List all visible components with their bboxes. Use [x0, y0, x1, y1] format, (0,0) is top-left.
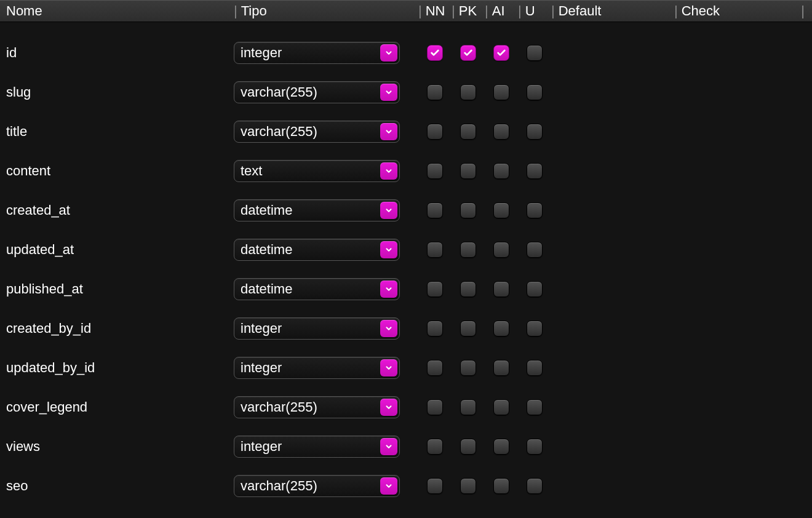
chevron-down-icon[interactable] [380, 438, 397, 455]
pk-checkbox[interactable] [460, 202, 476, 218]
u-checkbox[interactable] [527, 84, 543, 100]
nn-checkbox[interactable] [427, 439, 443, 455]
pk-checkbox[interactable] [460, 399, 476, 415]
type-select[interactable]: datetime [234, 199, 400, 221]
chevron-down-icon[interactable] [380, 399, 397, 416]
column-name[interactable]: title [6, 124, 234, 140]
header-check[interactable]: | Check [674, 3, 797, 19]
ai-checkbox[interactable] [493, 242, 509, 258]
pk-checkbox[interactable] [460, 124, 476, 140]
chevron-down-icon[interactable] [380, 281, 397, 298]
header-default[interactable]: | Default [551, 3, 674, 19]
header-type[interactable]: | Tipo [234, 3, 418, 19]
nn-checkbox[interactable] [427, 124, 443, 140]
type-select[interactable]: datetime [234, 239, 400, 261]
header-ai[interactable]: | AI [485, 3, 518, 19]
ai-checkbox[interactable] [493, 439, 509, 455]
header-name[interactable]: Nome [6, 3, 234, 19]
u-checkbox[interactable] [527, 124, 543, 140]
ai-checkbox[interactable] [493, 124, 509, 140]
header-u[interactable]: | U [518, 3, 551, 19]
chevron-down-icon[interactable] [380, 84, 397, 101]
pk-checkbox[interactable] [460, 360, 476, 376]
u-checkbox[interactable] [527, 321, 543, 337]
u-checkbox[interactable] [527, 242, 543, 258]
ai-checkbox[interactable] [493, 45, 509, 61]
nn-checkbox[interactable] [427, 202, 443, 218]
type-select[interactable]: integer [234, 436, 400, 458]
nn-checkbox[interactable] [427, 478, 443, 494]
column-name[interactable]: updated_at [6, 242, 234, 258]
nn-checkbox[interactable] [427, 84, 443, 100]
u-checkbox[interactable] [527, 202, 543, 218]
column-name[interactable]: cover_legend [6, 399, 234, 415]
column-name[interactable]: seo [6, 478, 234, 494]
chevron-down-icon[interactable] [380, 320, 397, 337]
u-checkbox[interactable] [527, 281, 543, 297]
type-select[interactable]: varchar(255) [234, 121, 400, 143]
ai-checkbox[interactable] [493, 202, 509, 218]
nn-checkbox[interactable] [427, 45, 443, 61]
type-select[interactable]: integer [234, 42, 400, 64]
pk-checkbox[interactable] [460, 439, 476, 455]
header-end: | [797, 3, 812, 19]
u-checkbox[interactable] [527, 360, 543, 376]
chevron-down-icon[interactable] [380, 241, 397, 258]
pk-checkbox[interactable] [460, 84, 476, 100]
flag-slot-u [518, 45, 551, 61]
nn-checkbox[interactable] [427, 360, 443, 376]
chevron-down-icon[interactable] [380, 477, 397, 495]
pk-checkbox[interactable] [460, 163, 476, 179]
column-name[interactable]: slug [6, 84, 234, 100]
u-checkbox[interactable] [527, 399, 543, 415]
ai-checkbox[interactable] [493, 478, 509, 494]
table-row: titlevarchar(255) [0, 112, 812, 151]
u-checkbox[interactable] [527, 478, 543, 494]
nn-checkbox[interactable] [427, 321, 443, 337]
type-select[interactable]: varchar(255) [234, 81, 400, 103]
chevron-down-icon[interactable] [380, 202, 397, 219]
nn-checkbox[interactable] [427, 163, 443, 179]
type-select[interactable]: integer [234, 357, 400, 379]
chevron-down-icon[interactable] [380, 44, 397, 62]
column-name[interactable]: views [6, 439, 234, 455]
chevron-down-icon[interactable] [380, 359, 397, 377]
column-separator: | [551, 3, 555, 19]
column-name[interactable]: updated_by_id [6, 360, 234, 376]
flag-slot-u [518, 439, 551, 455]
type-select[interactable]: integer [234, 317, 400, 340]
ai-checkbox[interactable] [493, 281, 509, 297]
nn-checkbox[interactable] [427, 281, 443, 297]
pk-checkbox[interactable] [460, 45, 476, 61]
pk-checkbox[interactable] [460, 281, 476, 297]
column-name[interactable]: content [6, 163, 234, 179]
ai-checkbox[interactable] [493, 360, 509, 376]
column-name[interactable]: id [6, 45, 234, 61]
nn-checkbox[interactable] [427, 399, 443, 415]
type-select[interactable]: text [234, 160, 400, 182]
column-name[interactable]: created_by_id [6, 321, 234, 337]
type-select[interactable]: varchar(255) [234, 396, 400, 418]
u-checkbox[interactable] [527, 163, 543, 179]
type-select[interactable]: datetime [234, 278, 400, 300]
flag-slot-pk [452, 45, 485, 61]
chevron-down-icon[interactable] [380, 162, 397, 180]
pk-checkbox[interactable] [460, 242, 476, 258]
pk-checkbox[interactable] [460, 321, 476, 337]
pk-checkbox[interactable] [460, 478, 476, 494]
ai-checkbox[interactable] [493, 84, 509, 100]
nn-checkbox[interactable] [427, 242, 443, 258]
header-pk[interactable]: | PK [452, 3, 485, 19]
ai-checkbox[interactable] [493, 321, 509, 337]
ai-checkbox[interactable] [493, 163, 509, 179]
header-nn[interactable]: | NN [418, 3, 452, 19]
ai-checkbox[interactable] [493, 399, 509, 415]
u-checkbox[interactable] [527, 45, 543, 61]
u-checkbox[interactable] [527, 439, 543, 455]
chevron-down-icon[interactable] [380, 123, 397, 140]
column-name[interactable]: created_at [6, 202, 234, 218]
type-value: varchar(255) [241, 399, 317, 415]
column-name[interactable]: published_at [6, 281, 234, 297]
type-select[interactable]: varchar(255) [234, 475, 400, 497]
flags [418, 321, 551, 337]
